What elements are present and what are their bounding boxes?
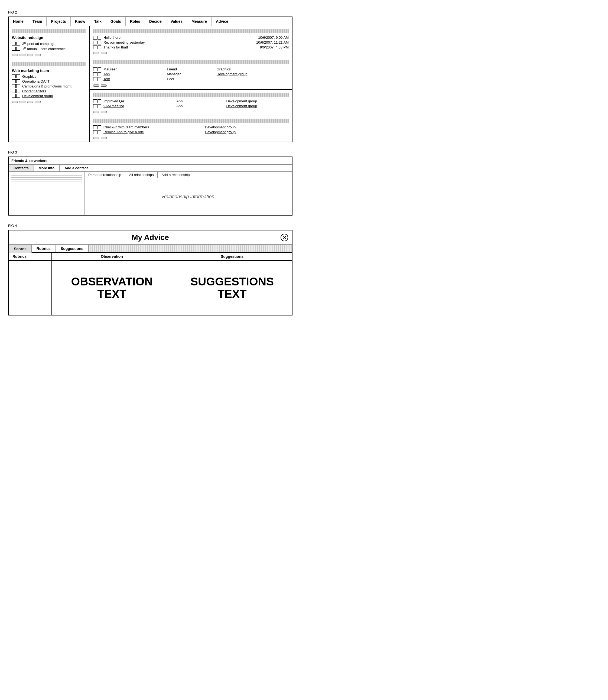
checkbox-5b[interactable] xyxy=(16,84,20,88)
message-3-subject[interactable]: Thanks for that! xyxy=(103,45,128,49)
checkbox-13a[interactable] xyxy=(93,77,97,81)
nav-team[interactable]: Team xyxy=(28,17,47,26)
fig3-sub-tab-all[interactable]: All relationships xyxy=(125,172,158,178)
double-checkbox-16 xyxy=(93,126,102,129)
left-bottom-btn-1[interactable] xyxy=(12,101,18,103)
checkbox-15b[interactable] xyxy=(97,104,101,108)
contact-3-name[interactable]: Tom xyxy=(103,77,110,81)
fig4-observation-text: OBSERVATIONTEXT xyxy=(71,276,152,300)
checkbox-4a[interactable] xyxy=(12,79,16,83)
checkbox-7b[interactable] xyxy=(16,94,20,98)
checkbox-8b[interactable] xyxy=(97,36,101,40)
left-top-btn-1[interactable] xyxy=(12,54,18,56)
contact-1-name[interactable]: Maureen xyxy=(103,67,117,71)
checkbox-12a[interactable] xyxy=(93,72,97,76)
message-2-subject[interactable]: Re: our meeting yesterday xyxy=(103,40,145,44)
left-bottom-item-5: Development group xyxy=(12,94,86,98)
right-top-btn-2[interactable] xyxy=(101,52,107,54)
task-3-title-col: Check-in with team members xyxy=(93,125,205,129)
checkbox-14b[interactable] xyxy=(97,99,101,103)
right-tasks-section2: Check-in with team members Development g… xyxy=(90,116,292,141)
checkbox-6b[interactable] xyxy=(16,89,20,93)
nav-talk[interactable]: Talk xyxy=(90,17,106,26)
nav-measure[interactable]: Measure xyxy=(187,17,211,26)
right-tasks-btn-1[interactable] xyxy=(93,111,99,113)
left-panel: Website redesign 3rd print ad campaign 1… xyxy=(9,26,90,141)
checkbox-9a[interactable] xyxy=(93,41,97,44)
checkbox-17b[interactable] xyxy=(97,130,101,134)
task-2-title[interactable]: 9AM meeting xyxy=(103,104,124,108)
nav-values[interactable]: Values xyxy=(166,17,187,26)
left-bottom-btn-3[interactable] xyxy=(27,101,33,103)
message-2-timestamp: 10/6/2007, 11:21 AM xyxy=(205,40,289,44)
left-bottom-item-2-label[interactable]: Operations/QA/IT xyxy=(22,79,50,83)
checkbox-17a[interactable] xyxy=(93,130,97,134)
checkbox-1a[interactable] xyxy=(12,42,16,45)
left-bottom-btn-4[interactable] xyxy=(35,101,41,103)
checkbox-8a[interactable] xyxy=(93,36,97,40)
checkbox-16b[interactable] xyxy=(97,126,101,129)
checkbox-6a[interactable] xyxy=(12,89,16,93)
checkbox-11b[interactable] xyxy=(97,68,101,71)
left-bottom-item-4-label[interactable]: Content editors xyxy=(22,89,46,93)
nav-decide[interactable]: Decide xyxy=(145,17,166,26)
task-4-title[interactable]: Remind Ann to give a role xyxy=(103,130,144,134)
checkbox-13b[interactable] xyxy=(97,77,101,81)
checkbox-3a[interactable] xyxy=(12,74,16,78)
checkbox-10b[interactable] xyxy=(97,45,101,49)
nav-goals[interactable]: Goals xyxy=(106,17,126,26)
fig4-tab-suggestions[interactable]: Suggestions xyxy=(56,245,89,252)
checkbox-10a[interactable] xyxy=(93,45,97,49)
fig3-sub-tab-add[interactable]: Add a relationship xyxy=(158,172,194,178)
right-tasks-btn-2[interactable] xyxy=(101,111,107,113)
right-tasks-btn-3[interactable] xyxy=(93,137,99,139)
fig4-close-button[interactable]: ✕ xyxy=(281,234,288,241)
left-top-btn-4[interactable] xyxy=(35,54,41,56)
checkbox-2b[interactable] xyxy=(16,47,20,51)
message-1-subject[interactable]: Hello there... xyxy=(103,36,124,40)
checkbox-11a[interactable] xyxy=(93,68,97,71)
fig3-tab-more-info[interactable]: More info xyxy=(34,165,60,171)
left-bottom-btn-2[interactable] xyxy=(19,101,25,103)
left-bottom-item-5-label[interactable]: Development group xyxy=(22,94,53,98)
fig3-tab-contacts[interactable]: Contacts xyxy=(9,165,34,171)
role-1: Friend xyxy=(167,67,215,71)
nav-roles[interactable]: Roles xyxy=(126,17,145,26)
fig4-tab-scores[interactable]: Scores xyxy=(9,245,32,253)
right-middle-btn-2[interactable] xyxy=(101,84,107,87)
checkbox-5a[interactable] xyxy=(12,84,16,88)
left-top-btn-2[interactable] xyxy=(19,54,25,56)
left-bottom-item-4: Content editors xyxy=(12,89,86,93)
fig4-tab-rubrics[interactable]: Rubrics xyxy=(32,245,56,252)
nav-projects[interactable]: Projects xyxy=(46,17,71,26)
left-bottom-item-1-label[interactable]: Graphics xyxy=(22,74,36,78)
checkbox-12b[interactable] xyxy=(97,72,101,76)
checkbox-9b[interactable] xyxy=(97,41,101,44)
checkbox-3b[interactable] xyxy=(16,74,20,78)
fig4-title-bar: My Advice ✕ xyxy=(9,230,292,245)
task-3-title[interactable]: Check-in with team members xyxy=(103,125,149,129)
nav-home[interactable]: Home xyxy=(9,17,28,26)
checkbox-2a[interactable] xyxy=(12,47,16,51)
checkbox-14a[interactable] xyxy=(93,99,97,103)
contact-2-name[interactable]: Ann xyxy=(103,72,110,76)
right-top-btn-1[interactable] xyxy=(93,52,99,54)
checkbox-15a[interactable] xyxy=(93,104,97,108)
fig3-tab-add-contact[interactable]: Add a contact xyxy=(60,165,93,171)
fig4-observation-col: OBSERVATIONTEXT xyxy=(52,261,172,315)
right-panel: Hello there... 10/6/2007, 9:09 AM Re: ou… xyxy=(90,26,292,141)
checkbox-4b[interactable] xyxy=(16,79,20,83)
nav-advice[interactable]: Advice xyxy=(211,17,233,26)
left-bottom-item-3-label[interactable]: Campaigns & promotions mgmt xyxy=(22,84,72,88)
group-2: Development group xyxy=(217,72,289,76)
right-middle-btn-1[interactable] xyxy=(93,84,99,87)
checkbox-7a[interactable] xyxy=(12,94,16,98)
left-top-btn-3[interactable] xyxy=(27,54,33,56)
message-3-timestamp: 9/6/2007, 4:53 PM xyxy=(205,45,289,49)
task-1-title[interactable]: Improved QA xyxy=(103,99,124,103)
checkbox-1b[interactable] xyxy=(16,42,20,45)
checkbox-16a[interactable] xyxy=(93,126,97,129)
right-tasks-btn-4[interactable] xyxy=(101,137,107,139)
fig3-sub-tab-personal[interactable]: Personal relationship xyxy=(84,172,125,178)
nav-know[interactable]: Know xyxy=(71,17,90,26)
